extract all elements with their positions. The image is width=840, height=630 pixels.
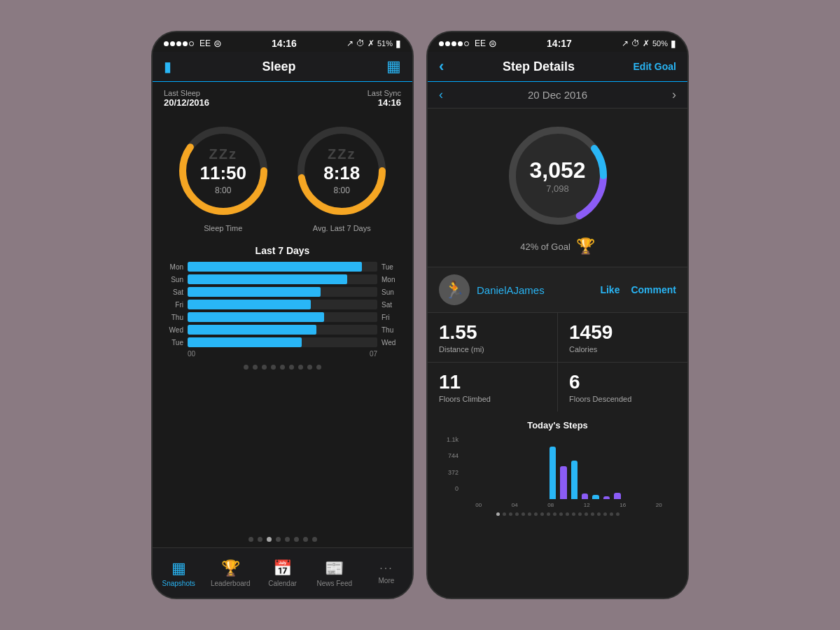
pdot5 — [285, 537, 290, 542]
scroll-dot — [528, 512, 531, 516]
steps-bar-col — [645, 443, 654, 499]
axis-left: 00 — [188, 350, 195, 358]
steps-bar-col — [591, 443, 600, 499]
bar-track — [188, 262, 377, 272]
tab-news-feed[interactable]: 📰 News Feed — [309, 548, 360, 598]
bar-track — [188, 287, 377, 297]
bar-fill — [188, 287, 321, 297]
steps-bar-wrap — [591, 443, 600, 499]
pdot3 — [267, 537, 272, 542]
x-label: 00 — [461, 502, 496, 508]
stat-cell: 11 Floors Climbed — [428, 363, 557, 412]
steps-bar-col — [505, 443, 514, 499]
steps-bar-col — [483, 443, 492, 499]
right-time: 14:17 — [547, 38, 572, 49]
alarm-icon: ⏱ — [356, 38, 365, 48]
tab-calendar[interactable]: 📅 Calendar — [256, 548, 308, 598]
avg-sleep-value: 8:18 — [323, 162, 360, 184]
dot1 — [164, 41, 169, 46]
y-label: 0 — [439, 485, 458, 492]
bar-fill — [188, 312, 324, 322]
bar-track — [188, 325, 377, 335]
more-icon: ··· — [379, 562, 393, 575]
right-nav-title: Step Details — [503, 59, 575, 74]
scroll-dots — [439, 512, 676, 516]
steps-bar-col — [461, 443, 470, 499]
pdot8 — [312, 537, 317, 542]
last-sync-time: 14:16 — [368, 97, 401, 108]
social-row: 🏃 DanielAJames Like Comment — [428, 267, 687, 313]
steps-bar-wrap — [505, 443, 514, 499]
stat-cell: 1459 Calories — [558, 313, 687, 362]
right-battery-icon: ▮ — [671, 38, 676, 49]
tab-snapshots[interactable]: ▦ Snapshots — [153, 548, 204, 598]
steps-bar-wrap — [537, 443, 546, 499]
scroll-dot — [603, 512, 607, 516]
avg-sleep-inner: ZZz 8:18 8:00 — [323, 146, 360, 195]
bar-row: Fri Sat — [164, 300, 401, 309]
x-label: 16 — [606, 502, 640, 508]
sleep-home-icon[interactable]: ▮ — [164, 58, 172, 75]
stats-grid: 1.55 Distance (mi) 1459 Calories 11 Floo… — [428, 313, 687, 412]
steps-x-labels: 000408121620 — [439, 502, 676, 508]
scroll-dot — [572, 512, 575, 516]
tab-more[interactable]: ··· More — [360, 548, 412, 598]
bar-row: Sat Sun — [164, 287, 401, 297]
axis-right: 07 — [370, 350, 377, 358]
pdot1 — [248, 537, 253, 542]
bar-label-right: Fri — [382, 314, 401, 321]
steps-bar — [614, 493, 620, 499]
news-feed-label: News Feed — [316, 580, 352, 587]
right-phone: EE ⊜ 14:17 ↗ ⏱ ✗ 50% ▮ ‹ Step Details Ed… — [426, 31, 689, 599]
date-display: 20 Dec 2016 — [528, 89, 587, 101]
bar-fill — [188, 274, 347, 284]
left-phone: EE ⊜ 14:16 ↗ ⏱ ✗ 51% ▮ ▮ Sleep ▦ Last Sl… — [151, 31, 414, 599]
pdot4 — [276, 537, 281, 542]
cdot1 — [244, 365, 248, 370]
scroll-dot — [522, 512, 525, 516]
snapshots-icon: ▦ — [172, 559, 186, 578]
x-label: 12 — [570, 502, 605, 508]
bar-row: Sun Mon — [164, 274, 401, 284]
chart-axis: 00 07 — [164, 347, 401, 360]
more-label: More — [379, 577, 395, 584]
scroll-dot — [578, 512, 582, 516]
bar-track — [188, 300, 377, 309]
left-nav-title: Sleep — [262, 59, 295, 74]
bar-track — [188, 337, 377, 347]
scroll-dot — [503, 512, 506, 516]
comment-button[interactable]: Comment — [631, 284, 676, 295]
steps-ring-container: 3,052 7,098 — [502, 120, 614, 232]
bar-label-left: Wed — [164, 326, 183, 334]
rdot5 — [464, 41, 469, 46]
leaderboard-label: Leaderboard — [211, 580, 251, 587]
left-tab-bar: ▦ Snapshots 🏆 Leaderboard 📅 Calendar 📰 N… — [153, 547, 412, 598]
scroll-dot — [610, 512, 613, 516]
stat-value: 6 — [569, 371, 676, 393]
stat-value: 11 — [439, 371, 546, 393]
dot5 — [189, 41, 194, 46]
right-bluetooth-icon: ✗ — [643, 38, 650, 48]
steps-bar-wrap — [515, 443, 524, 499]
edit-goal-button[interactable]: Edit Goal — [634, 61, 676, 72]
date-next-button[interactable]: › — [672, 88, 676, 102]
last-sleep-label: Last Sleep — [164, 89, 209, 97]
sleep-time-inner: ZZz 11:50 8:00 — [200, 146, 247, 195]
scroll-dot — [591, 512, 594, 516]
cdot6 — [289, 365, 294, 370]
tab-leaderboard[interactable]: 🏆 Leaderboard — [204, 548, 256, 598]
like-button[interactable]: Like — [600, 284, 620, 295]
cdot8 — [307, 365, 312, 370]
grid-icon[interactable]: ▦ — [386, 57, 401, 76]
sleep-time-circle: ZZz 11:50 8:00 Sleep Time — [174, 122, 272, 232]
y-label: 1.1k — [439, 436, 458, 443]
date-prev-button[interactable]: ‹ — [439, 88, 443, 102]
scroll-dot — [496, 512, 500, 516]
calendar-label: Calendar — [268, 580, 297, 587]
steps-bar-col — [624, 443, 633, 499]
steps-bar — [592, 495, 598, 499]
back-button[interactable]: ‹ — [439, 57, 444, 76]
bar-chart: Mon Tue Sun Mon Sat Sun Fri Sat Thu Fri … — [164, 262, 401, 347]
bar-track — [188, 312, 377, 322]
steps-count: 3,052 — [529, 158, 585, 183]
